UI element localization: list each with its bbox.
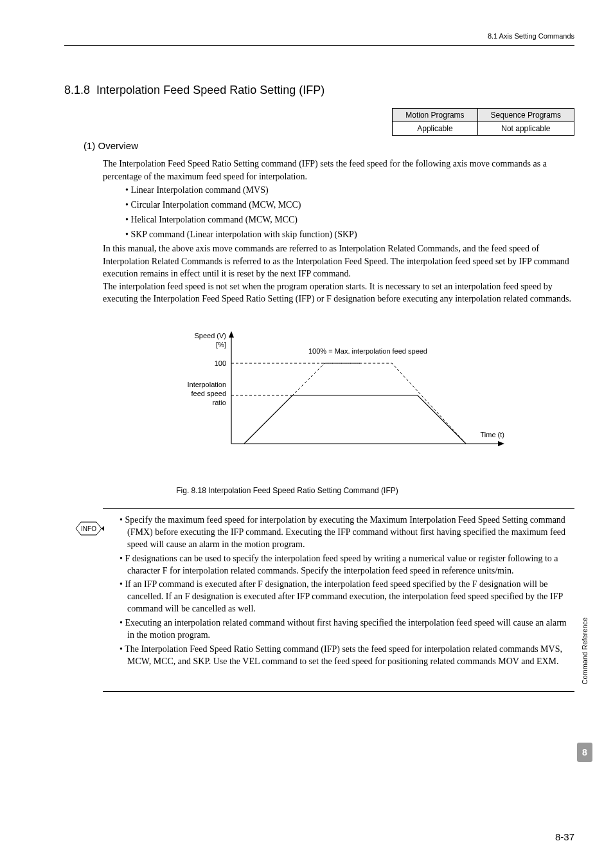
overview-list: Linear Interpolation command (MVS) Circu… — [125, 183, 357, 242]
diag-ylabel3c: ratio — [213, 399, 226, 406]
info-top-rule — [103, 508, 574, 509]
table-cell-2: Not applicable — [477, 122, 574, 136]
diag-ylabel3a: Interpolation — [187, 381, 226, 388]
info-bottom-rule — [103, 691, 574, 692]
diag-annotation: 100% = Max. interpolation feed speed — [308, 347, 427, 355]
section-number: 8.1.8 — [64, 84, 90, 96]
svg-marker-7 — [102, 526, 104, 531]
info-section — [103, 508, 574, 514]
info-item: Executing an interpolation related comma… — [120, 617, 574, 642]
list-item: SKP command (Linear interpolation with s… — [125, 228, 357, 241]
applicability-table: Motion Programs Sequence Programs Applic… — [392, 108, 574, 136]
table-cell-1: Applicable — [393, 122, 477, 136]
info-badge-svg: INFO — [72, 521, 105, 536]
list-item: Helical Interpolation command (MCW, MCC) — [125, 213, 357, 226]
speed-diagram: Speed (V) [%] 100 Interpolation feed spe… — [180, 328, 501, 463]
header-rule — [64, 45, 574, 46]
overview-para2-text: In this manual, the above axis move comm… — [103, 244, 569, 278]
diag-xlabel: Time (t) — [481, 431, 504, 439]
info-item: F designations can be used to specify th… — [120, 553, 574, 577]
list-item: Circular Interpolation command (MCW, MCC… — [125, 198, 357, 212]
subsection-title: (1) Overview — [84, 140, 138, 151]
diag-ylabel3b: feed speed — [191, 390, 226, 397]
section-title-text: Interpolation Feed Speed Ratio Setting (… — [96, 84, 324, 96]
overview-para3-text: The interpolation feed speed is not set … — [103, 282, 571, 304]
diagram-svg: Speed (V) [%] 100 Interpolation feed spe… — [180, 328, 520, 469]
subsection-title-text: Overview — [98, 140, 139, 151]
header-breadcrumb: 8.1 Axis Setting Commands — [488, 32, 574, 40]
info-item: Specify the maximum feed speed for inter… — [120, 514, 574, 551]
overview-paragraph-1: The Interpolation Feed Speed Ratio Setti… — [103, 158, 574, 183]
svg-marker-3 — [498, 441, 504, 446]
table-header-1: Motion Programs — [393, 109, 477, 122]
table-header-2: Sequence Programs — [477, 109, 574, 122]
diag-ytick: 100 — [215, 359, 226, 367]
side-label: Command Reference — [581, 617, 589, 685]
page-number: 8-37 — [555, 831, 574, 842]
figure-caption: Fig. 8.18 Interpolation Feed Speed Ratio… — [0, 486, 574, 495]
section-title: 8.1.8 Interpolation Feed Speed Ratio Set… — [64, 84, 324, 97]
info-list: Specify the maximum feed speed for inter… — [120, 514, 574, 670]
info-item: The Interpolation Feed Speed Ratio Setti… — [120, 644, 574, 668]
diag-ylabel2: [%] — [216, 341, 226, 348]
info-item: If an IFP command is executed after F de… — [120, 579, 574, 615]
svg-marker-1 — [229, 331, 234, 338]
subsection-number: (1) — [84, 140, 95, 151]
info-badge-text: INFO — [81, 525, 96, 532]
list-item: Linear Interpolation command (MVS) — [125, 183, 357, 197]
chapter-tab: 8 — [577, 743, 592, 762]
info-badge: INFO — [72, 521, 105, 536]
diag-ylabel1: Speed (V) — [194, 332, 226, 339]
overview-paragraph-2: In this manual, the above axis move comm… — [103, 242, 574, 305]
